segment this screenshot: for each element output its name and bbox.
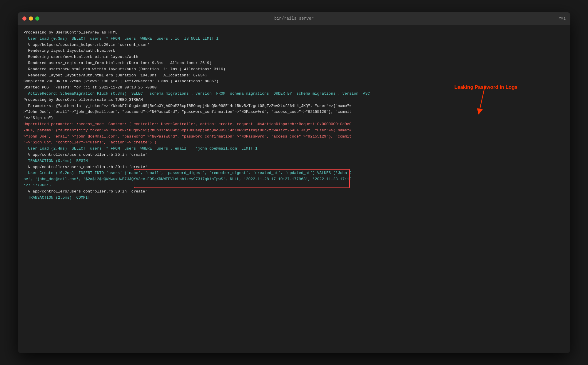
terminal-line: Rendered users/_registration_form.html.e… xyxy=(24,60,564,66)
titlebar: bin/rails server ⌥⌘1 xyxy=(18,12,570,25)
terminal-line: User Create (10.2ms) INSERT INTO `users`… xyxy=(24,170,564,176)
terminal-line: ActiveRecord::SchemaMigration Pluck (0.3… xyxy=(24,91,564,97)
terminal-line: "=>"Sign up"} xyxy=(24,115,564,121)
terminal-line: :27.177963') xyxy=(24,182,564,189)
window-shortcut: ⌥⌘1 xyxy=(559,16,566,21)
terminal-line: 7d0>, params: {"authenticity_token"=>"Yk… xyxy=(24,128,564,134)
terminal-line: ↳ app/controllers/users_controller.rb:25… xyxy=(24,152,564,158)
terminal-line: Processing by UsersController#new as HTM… xyxy=(24,30,564,36)
terminal-line: Rendering layout layouts/auth.html.erb xyxy=(24,48,564,54)
terminal-line: Rendered users/new.html.erb within layou… xyxy=(24,66,564,73)
terminal-line: ↳ app/controllers/users_controller.rb:30… xyxy=(24,189,564,195)
maximize-button[interactable] xyxy=(35,16,39,21)
terminal-line: oe', 'john_doe@mail.com', '$2a$12$eQWNwu… xyxy=(24,176,564,182)
annotation-label: Leaking Password in Logs xyxy=(455,83,517,91)
terminal-line: "=>"Sign up", "controller"=>"users", "ac… xyxy=(24,140,564,146)
terminal-body[interactable]: Processing by UsersController#new as HTM… xyxy=(18,25,570,353)
traffic-lights xyxy=(22,16,39,21)
terminal-window: bin/rails server ⌥⌘1 Processing by Users… xyxy=(18,12,570,353)
terminal-line: Rendering users/new.html.erb within layo… xyxy=(24,54,564,60)
terminal-line: TRANSACTION (0.4ms) BEGIN xyxy=(24,158,564,164)
terminal-line: ↳ app/controllers/users_controller.rb:30… xyxy=(24,164,564,170)
terminal-line: Processing by UsersController#create as … xyxy=(24,97,564,103)
terminal-line: Parameters: {"authenticity_token"=>"Ykkb… xyxy=(24,103,564,109)
terminal-line: Rendered layout layouts/auth.html.erb (D… xyxy=(24,73,564,79)
window-title: bin/rails server xyxy=(274,16,314,21)
terminal-line: TRANSACTION (2.5ms) COMMIT xyxy=(24,195,564,201)
terminal-line: >"John Doe", "email"=>"john_doe@mail.com… xyxy=(24,134,564,140)
terminal-line: ↳ app/helpers/sessions_helper.rb:20:in `… xyxy=(24,42,564,48)
minimize-button[interactable] xyxy=(29,16,33,21)
terminal-line: Unpermitted parameter: :access_code. Con… xyxy=(24,121,564,128)
terminal-line: User Load (2.4ms) SELECT `users`.* FROM … xyxy=(24,146,564,152)
terminal-line: >"John Doe", "email"=>"john_doe@mail.com… xyxy=(24,109,564,115)
close-button[interactable] xyxy=(22,16,26,21)
terminal-line: User Load (0.3ms) SELECT `users`.* FROM … xyxy=(24,36,564,42)
